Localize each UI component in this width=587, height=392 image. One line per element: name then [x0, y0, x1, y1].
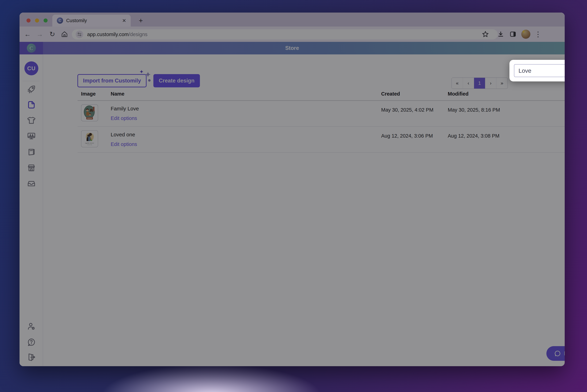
dim-overlay	[19, 12, 565, 366]
browser-window: C Customily ✕ + ← → ↻ app.customily.com/…	[19, 12, 565, 366]
search-spotlight	[510, 60, 565, 82]
search-input[interactable]	[514, 64, 565, 77]
